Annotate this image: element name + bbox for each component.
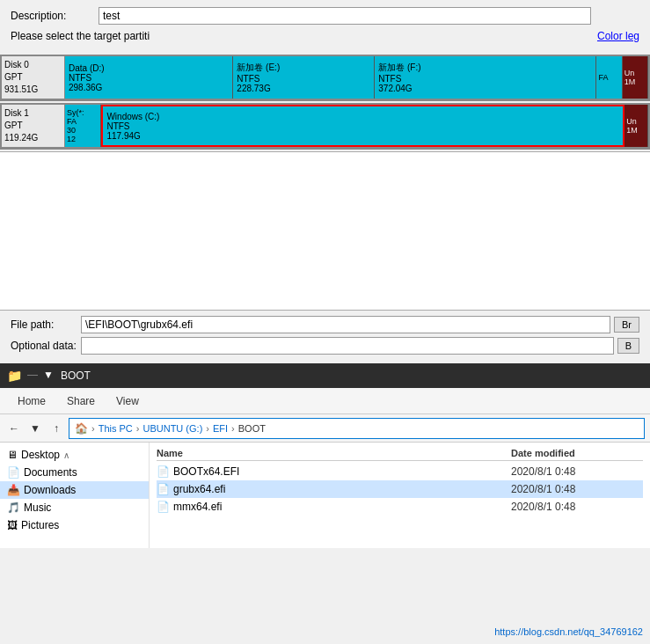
file-icon: 📄 — [157, 483, 170, 495]
sidebar-item-label: Desktop — [21, 449, 60, 461]
browse2-button[interactable]: B — [617, 338, 639, 354]
path-thispc[interactable]: This PC — [99, 423, 133, 434]
file-date: 2020/8/1 0:48 — [511, 465, 643, 478]
disk1-type: GPT — [4, 120, 62, 132]
disk1-part-unalloc[interactable]: Un 1M — [624, 105, 648, 147]
partition-size: 298.36G — [69, 83, 229, 92]
disk0-part-data[interactable]: Data (D:) NTFS 298.36G — [65, 56, 233, 99]
file-date: 2020/8/1 0:48 — [511, 483, 643, 495]
disk1-part-windows[interactable]: Windows (C:) NTFS 117.94G — [101, 105, 624, 147]
disk1-partitions: Sy(*: FA 30 12 Windows (C:) NTFS 117.94G… — [65, 105, 648, 147]
col-name-header: Name — [157, 448, 511, 458]
disk0-part-e[interactable]: 新加卷 (E:) NTFS 228.73G — [233, 56, 375, 99]
file-item-grubx64[interactable]: 📄 grubx64.efi 2020/8/1 0:48 — [157, 480, 643, 498]
downloads-icon: 📥 — [7, 484, 20, 496]
file-icon: 📄 — [157, 501, 170, 513]
address-path[interactable]: 🏠 › This PC › UBUNTU (G:) › EFI › BOOT — [69, 418, 645, 439]
top-form: Description: Please select the target pa… — [0, 0, 650, 55]
sidebar-item-pictures[interactable]: 🖼 Pictures — [0, 516, 149, 534]
partition-name: Un — [624, 69, 646, 77]
middle-empty — [0, 151, 650, 310]
file-date: 2020/8/1 0:48 — [511, 501, 643, 513]
back-button[interactable]: ← — [5, 420, 23, 437]
disk1-name: Disk 1 — [4, 107, 62, 120]
partition-fs: NTFS — [378, 74, 592, 84]
path-boot[interactable]: BOOT — [238, 423, 266, 434]
titlebar-separator: — — [27, 369, 38, 383]
expand-arrow: ∧ — [63, 450, 69, 460]
folder-icon: 📁 — [7, 369, 22, 383]
partition-size: 228.73G — [237, 84, 370, 93]
optional-data-label: Optional data: — [11, 340, 81, 352]
address-bar: ← ▼ ↑ 🏠 › This PC › UBUNTU (G:) › EFI › … — [0, 414, 650, 443]
sidebar-item-label: Documents — [24, 466, 77, 479]
file-path-section: File path: Br Optional data: B — [0, 310, 650, 363]
csdn-watermark: https://blog.csdn.net/qq_34769162 — [494, 626, 643, 637]
partition-size: 372.04G — [378, 84, 592, 93]
music-icon: 🎵 — [7, 501, 20, 514]
path-efi[interactable]: EFI — [213, 423, 228, 434]
file-name: BOOTx64.EFI — [173, 465, 508, 478]
up-button[interactable]: ↑ — [47, 420, 65, 437]
partition-name: 新加卷 (E:) — [237, 62, 370, 74]
disk1-info: Disk 1 GPT 119.24G — [2, 105, 65, 147]
file-path-label: File path: — [11, 318, 81, 331]
partition-fs: NTFS — [237, 74, 370, 84]
titlebar-icons: 📁 — ▼ — [7, 369, 54, 383]
file-explorer: 📁 — ▼ BOOT Home Share View ← ▼ ↑ 🏠 › Thi… — [0, 363, 650, 548]
sidebar-item-music[interactable]: 🎵 Music — [0, 499, 149, 516]
disk0-name: Disk 0 — [4, 59, 62, 71]
partition-size: 30 — [67, 126, 99, 135]
partition-fs: 1M — [626, 126, 646, 135]
file-name: mmx64.efi — [173, 501, 508, 513]
file-path-input[interactable] — [81, 316, 610, 333]
sidebar-item-desktop[interactable]: 🖥 Desktop ∧ — [0, 446, 149, 464]
pictures-icon: 🖼 — [7, 519, 18, 531]
file-name: grubx64.efi — [173, 483, 508, 495]
path-drive[interactable]: UBUNTU (G:) — [142, 423, 202, 434]
disk0-part-unalloc[interactable]: Un 1M — [623, 56, 648, 99]
sidebar-item-downloads[interactable]: 📥 Downloads — [0, 481, 149, 499]
sidebar-item-documents[interactable]: 📄 Documents — [0, 464, 149, 481]
desktop-icon: 🖥 — [7, 449, 18, 461]
path-home-icon: 🏠 — [75, 422, 88, 435]
partition-size: 117.94G — [106, 131, 619, 141]
disk0-part-f[interactable]: 新加卷 (F:) NTFS 372.04G — [375, 56, 596, 99]
sidebar-item-label: Music — [24, 501, 51, 514]
partition-name: Sy(*: — [67, 108, 99, 117]
disk0-info: Disk 0 GPT 931.51G — [2, 56, 65, 99]
disk1-part-sy[interactable]: Sy(*: FA 30 12 — [65, 105, 101, 147]
right-panel: Name Date modified 📄 BOOTx64.EFI 2020/8/… — [150, 443, 650, 548]
explorer-titlebar: 📁 — ▼ BOOT — [0, 363, 650, 388]
titlebar-menu-icon[interactable]: ▼ — [43, 369, 54, 383]
ribbon: Home Share View — [0, 388, 650, 414]
disk0-size: 931.51G — [4, 84, 62, 96]
disk1-container: Disk 1 GPT 119.24G Sy(*: FA 30 12 Window… — [0, 103, 650, 150]
file-item-mmx64[interactable]: 📄 mmx64.efi 2020/8/1 0:48 — [157, 498, 643, 516]
disk0-container: Disk 0 GPT 931.51G Data (D:) NTFS 298.36… — [0, 55, 650, 101]
browse-button[interactable]: Br — [614, 317, 639, 333]
ribbon-tab-view[interactable]: View — [106, 388, 150, 413]
col-date-header: Date modified — [511, 448, 643, 458]
disk1-size: 119.24G — [4, 132, 62, 144]
color-legend-link[interactable]: Color leg — [597, 30, 639, 42]
ribbon-tab-share[interactable]: Share — [56, 388, 106, 413]
description-input[interactable] — [99, 7, 591, 25]
disk1-row: Disk 1 GPT 119.24G Sy(*: FA 30 12 Window… — [2, 105, 648, 148]
disk0-row: Disk 0 GPT 931.51G Data (D:) NTFS 298.36… — [2, 56, 648, 99]
partition-fs: FA — [67, 117, 99, 126]
file-icon: 📄 — [157, 465, 170, 478]
disk0-type: GPT — [4, 71, 62, 84]
description-label: Description: — [11, 10, 99, 22]
partition-name: Un — [626, 117, 646, 126]
documents-icon: 📄 — [7, 466, 20, 479]
optional-data-input[interactable] — [81, 337, 614, 355]
forward-button[interactable]: ▼ — [26, 420, 44, 437]
file-item-bootx64[interactable]: 📄 BOOTx64.EFI 2020/8/1 0:48 — [157, 463, 643, 480]
ribbon-tab-home[interactable]: Home — [7, 388, 56, 413]
sidebar-item-label: Pictures — [21, 519, 59, 531]
partition-name: FA — [598, 73, 619, 82]
disk0-partitions: Data (D:) NTFS 298.36G 新加卷 (E:) NTFS 228… — [65, 56, 648, 99]
disk0-part-fa[interactable]: FA — [596, 56, 622, 99]
left-panel: 🖥 Desktop ∧ 📄 Documents 📥 Downloads 🎵 Mu… — [0, 443, 150, 548]
